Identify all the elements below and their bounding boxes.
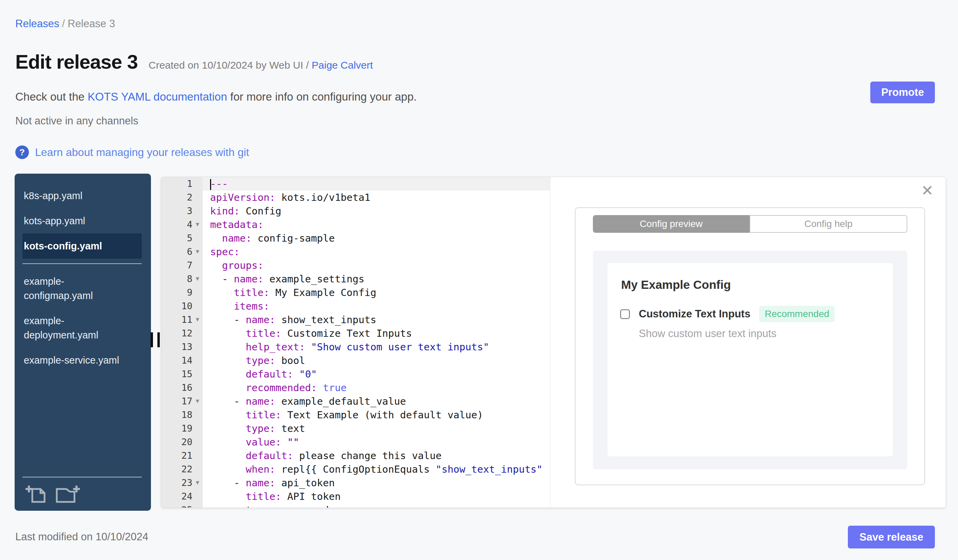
- sidebar-item-k8s-app.yaml[interactable]: k8s-app.yaml: [22, 183, 142, 208]
- code-line-23[interactable]: 23▼ - name: api_token: [161, 476, 550, 490]
- fold-arrow-icon[interactable]: ▼: [192, 476, 203, 490]
- code-text: help_text: "Show custom user text inputs…: [203, 340, 550, 354]
- line-number: 13: [161, 340, 203, 354]
- code-line-12[interactable]: 12 title: Customize Text Inputs: [161, 327, 550, 340]
- code-line-3[interactable]: 3kind: Config: [161, 204, 550, 218]
- fold-arrow-icon[interactable]: ▼: [192, 272, 203, 286]
- git-help-row: ? Learn about managing your releases wit…: [15, 146, 249, 159]
- line-number: 7: [161, 259, 203, 272]
- code-line-13[interactable]: 13 help_text: "Show custom user text inp…: [161, 340, 550, 354]
- sidebar-item-example-deployment.yaml[interactable]: example-deployment.yaml: [22, 308, 142, 348]
- recommended-badge: Recommended: [759, 306, 834, 322]
- code-line-14[interactable]: 14 type: bool: [161, 354, 550, 367]
- code-line-11[interactable]: 11▼ - name: show_text_inputs: [161, 313, 550, 327]
- sidebar-resize-handle[interactable]: [151, 332, 160, 347]
- code-line-17[interactable]: 17▼ - name: example_default_value: [161, 394, 550, 408]
- config-preview-panel: ✕ Config preview Config help My Example …: [550, 177, 946, 508]
- code-line-15[interactable]: 15 default: "0": [161, 367, 550, 381]
- line-number: 6▼: [161, 245, 203, 259]
- code-line-22[interactable]: 22 when: repl{{ ConfigOptionEquals "show…: [161, 462, 550, 476]
- file-list: k8s-app.yamlkots-app.yamlkots-config.yam…: [14, 183, 151, 373]
- fold-arrow-icon[interactable]: ▼: [192, 394, 203, 408]
- sidebar-item-example-configmap.yaml[interactable]: example-configmap.yaml: [22, 269, 142, 308]
- code-text: value: "": [203, 435, 550, 449]
- line-number: 24: [161, 490, 203, 503]
- line-number: 8▼: [161, 272, 203, 286]
- channel-status: Not active in any channels: [15, 115, 138, 127]
- line-number: 11▼: [161, 313, 203, 327]
- code-line-24[interactable]: 24 title: API token: [161, 490, 550, 503]
- fold-arrow-icon[interactable]: ▼: [192, 313, 203, 327]
- sidebar-bottom: [14, 472, 151, 503]
- code-line-25[interactable]: 25 type: password: [161, 503, 550, 508]
- line-number: 2: [161, 191, 203, 204]
- yaml-code-editor[interactable]: 1---2apiVersion: kots.io/v1beta13kind: C…: [161, 177, 550, 508]
- created-text: Created on 10/10/2024 by Web UI /: [149, 60, 312, 71]
- created-author-link[interactable]: Paige Calvert: [312, 60, 373, 71]
- tab-config-help[interactable]: Config help: [750, 215, 908, 233]
- release-workbench: 1---2apiVersion: kots.io/v1beta13kind: C…: [161, 177, 946, 508]
- code-text: - name: api_token: [203, 476, 550, 490]
- code-text: title: My Example Config: [203, 286, 550, 299]
- code-text: name: config-sample: [203, 231, 550, 245]
- sidebar-item-example-service.yaml[interactable]: example-service.yaml: [22, 348, 142, 373]
- preview-tabs: Config preview Config help: [593, 215, 907, 233]
- code-text: title: Text Example (with default value): [203, 408, 550, 422]
- breadcrumb-releases-link[interactable]: Releases: [15, 18, 59, 30]
- close-icon[interactable]: ✕: [921, 183, 934, 198]
- git-help-link[interactable]: Learn about managing your releases with …: [35, 146, 249, 159]
- checkbox-label[interactable]: Customize Text Inputs: [639, 308, 750, 320]
- page-title: Edit release 3: [15, 50, 138, 73]
- code-line-6[interactable]: 6▼spec:: [161, 245, 550, 259]
- fold-arrow-icon[interactable]: ▼: [192, 218, 203, 231]
- breadcrumb: Releases/Release 3: [15, 18, 115, 30]
- file-sidebar: k8s-app.yamlkots-app.yamlkots-config.yam…: [14, 174, 151, 511]
- code-line-16[interactable]: 16 recommended: true: [161, 381, 550, 394]
- add-file-icon[interactable]: [25, 484, 47, 503]
- code-text: recommended: true: [203, 381, 550, 394]
- code-text: spec:: [203, 245, 550, 259]
- code-line-19[interactable]: 19 type: text: [161, 422, 550, 435]
- code-line-18[interactable]: 18 title: Text Example (with default val…: [161, 408, 550, 422]
- promote-button[interactable]: Promote: [870, 82, 935, 103]
- tab-config-preview[interactable]: Config preview: [593, 215, 750, 233]
- customize-text-inputs-checkbox[interactable]: [620, 309, 630, 319]
- add-folder-icon[interactable]: [56, 484, 80, 503]
- docs-link[interactable]: KOTS YAML documentation: [88, 90, 227, 103]
- code-text: kind: Config: [203, 204, 550, 218]
- line-number: 22: [161, 462, 203, 476]
- code-text: apiVersion: kots.io/v1beta1: [203, 191, 550, 204]
- code-line-2[interactable]: 2apiVersion: kots.io/v1beta1: [161, 191, 550, 204]
- code-line-7[interactable]: 7 groups:: [161, 259, 550, 272]
- code-text: default: "0": [203, 367, 550, 381]
- sidebar-item-kots-config.yaml[interactable]: kots-config.yaml: [22, 233, 142, 259]
- code-line-5[interactable]: 5 name: config-sample: [161, 231, 550, 245]
- fold-arrow-icon[interactable]: ▼: [192, 245, 203, 259]
- line-number: 3: [161, 204, 203, 218]
- line-number: 23▼: [161, 476, 203, 490]
- code-text: groups:: [203, 259, 550, 272]
- code-line-20[interactable]: 20 value: "": [161, 435, 550, 449]
- line-number: 1: [161, 177, 203, 191]
- code-text: - name: example_settings: [203, 272, 550, 286]
- code-line-1[interactable]: 1---: [161, 177, 550, 191]
- config-group-card: My Example Config Customize Text Inputs …: [607, 263, 893, 456]
- config-group-title: My Example Config: [621, 278, 731, 291]
- code-text: items:: [203, 299, 550, 313]
- line-number: 12: [161, 327, 203, 340]
- sidebar-divider-bottom: [22, 477, 142, 478]
- code-line-21[interactable]: 21 default: please change this value: [161, 449, 550, 462]
- code-text: title: Customize Text Inputs: [203, 327, 550, 340]
- breadcrumb-current: Release 3: [68, 18, 115, 30]
- code-text: default: please change this value: [203, 449, 550, 462]
- code-line-9[interactable]: 9 title: My Example Config: [161, 286, 550, 299]
- breadcrumb-separator: /: [62, 18, 65, 30]
- code-line-10[interactable]: 10 items:: [161, 299, 550, 313]
- line-number: 25: [161, 503, 203, 508]
- code-line-4[interactable]: 4▼metadata:: [161, 218, 550, 231]
- code-text: type: bool: [203, 354, 550, 367]
- save-release-button[interactable]: Save release: [848, 526, 935, 549]
- code-line-8[interactable]: 8▼ - name: example_settings: [161, 272, 550, 286]
- sidebar-item-kots-app.yaml[interactable]: kots-app.yaml: [22, 208, 142, 233]
- code-text: type: text: [203, 422, 550, 435]
